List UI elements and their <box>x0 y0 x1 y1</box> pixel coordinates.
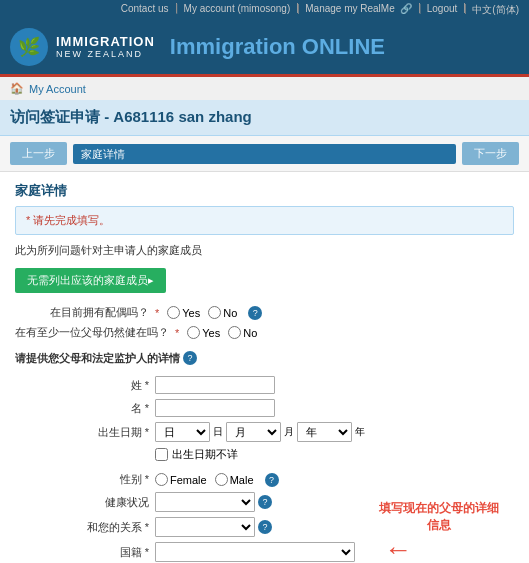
health-label: 健康状况 <box>15 495 155 510</box>
logo-area: 🌿 IMMIGRATION NEW ZEALAND <box>10 28 155 66</box>
spouse-label: 在目前拥有配偶吗？ <box>15 305 155 320</box>
page-title: 访问签证申请 - A681116 san zhang <box>0 100 529 136</box>
first-name-label: 名 * <box>15 401 155 416</box>
parents-label: 在有至少一位父母仍然健在吗？ <box>15 325 175 340</box>
parents-no-label[interactable]: No <box>228 326 257 339</box>
wizard-nav: 上一步 家庭详情 下一步 <box>0 136 529 172</box>
contact-us-link[interactable]: Contact us <box>121 3 169 17</box>
required-star: * <box>155 307 159 319</box>
gender-row: 性别 * Female Male ? <box>15 472 514 487</box>
my-account-breadcrumb[interactable]: My Account <box>29 83 86 95</box>
dob-unknown-checkbox[interactable] <box>155 448 168 461</box>
parent-details-info-icon[interactable]: ? <box>183 351 197 365</box>
header-main: 🌿 IMMIGRATION NEW ZEALAND Immigration ON… <box>0 20 529 77</box>
site-title: Immigration ONLINE <box>170 34 385 60</box>
dob-year-select[interactable]: 年 <box>297 422 352 442</box>
divider1: | <box>176 3 177 13</box>
gender-female-radio[interactable] <box>155 473 168 486</box>
dob-month-text: 月 <box>284 425 294 439</box>
dob-unknown-checkbox-row: 出生日期不详 <box>155 447 238 462</box>
dob-year-text: 年 <box>355 425 365 439</box>
last-name-input[interactable] <box>155 376 275 394</box>
nationality-label: 国籍 * <box>15 545 155 560</box>
section-title: 家庭详情 <box>15 182 514 200</box>
gender-info-icon[interactable]: ? <box>265 473 279 487</box>
next-step-button[interactable]: 下一步 <box>462 142 519 165</box>
last-name-row: 姓 * <box>15 376 514 394</box>
dob-unknown-label: 出生日期不详 <box>172 447 238 462</box>
dob-row: 出生日期 * 日 日 月 月 年 年 <box>15 422 514 442</box>
first-name-input[interactable] <box>155 399 275 417</box>
manage-realme-link[interactable]: Manage my RealMe <box>305 3 394 17</box>
last-name-label: 姓 * <box>15 378 155 393</box>
nationality-select[interactable] <box>155 542 355 562</box>
relationship-label: 和您的关系 * <box>15 520 155 535</box>
step-dropdown[interactable]: 家庭详情 <box>73 144 456 164</box>
parent-details-label: 请提供您父母和法定监护人的详情 <box>15 351 180 366</box>
annotation-text: 填写现在的父母的详细信息 <box>379 501 499 532</box>
spouse-radio-group: * Yes No ? <box>155 306 262 320</box>
gender-male-label[interactable]: Male <box>215 473 254 486</box>
dob-label: 出生日期 * <box>15 425 155 440</box>
logo-text: IMMIGRATION NEW ZEALAND <box>56 34 155 60</box>
parents-question-row: 在有至少一位父母仍然健在吗？ * Yes No <box>15 325 514 340</box>
no-family-button[interactable]: 无需列出应该的家庭成员▸ <box>15 268 166 293</box>
divider2: | <box>297 3 298 13</box>
dob-day-select[interactable]: 日 <box>155 422 210 442</box>
divider3: | <box>419 3 420 13</box>
spouse-yes-label[interactable]: Yes <box>167 306 200 319</box>
relationship-select[interactable] <box>155 517 255 537</box>
parents-no-radio[interactable] <box>228 326 241 339</box>
health-info-icon[interactable]: ? <box>258 495 272 509</box>
realme-icon: 🔗 <box>400 3 412 17</box>
alert-message: * 请先完成填写。 <box>15 206 514 235</box>
gender-female-label[interactable]: Female <box>155 473 207 486</box>
header-top-bar: Contact us | My account (mimosong) | Man… <box>0 0 529 20</box>
spouse-yes-radio[interactable] <box>167 306 180 319</box>
first-name-row: 名 * <box>15 399 514 417</box>
gender-label: 性别 * <box>15 472 155 487</box>
breadcrumb: 🏠 My Account <box>0 77 529 100</box>
dob-month-select[interactable]: 月 <box>226 422 281 442</box>
gender-male-radio[interactable] <box>215 473 228 486</box>
relationship-info-icon[interactable]: ? <box>258 520 272 534</box>
dob-day-text: 日 <box>213 425 223 439</box>
lang-switch[interactable]: 中文(简体) <box>472 3 519 17</box>
spouse-no-label[interactable]: No <box>208 306 237 319</box>
health-select[interactable] <box>155 492 255 512</box>
gender-female-text: Female <box>170 474 207 486</box>
logout-link[interactable]: Logout <box>427 3 458 17</box>
parents-radio-group: * Yes No <box>175 326 257 339</box>
divider4: | <box>464 3 465 13</box>
required-star2: * <box>175 327 179 339</box>
dob-unknown-row: 出生日期不详 <box>15 447 514 467</box>
prev-step-button[interactable]: 上一步 <box>10 142 67 165</box>
logo-nz: NEW ZEALAND <box>56 49 155 60</box>
logo-immigration: IMMIGRATION <box>56 34 155 50</box>
annotation-arrow: ← <box>384 534 504 563</box>
spouse-question-row: 在目前拥有配偶吗？ * Yes No ? <box>15 305 514 320</box>
nz-fern-logo: 🌿 <box>10 28 48 66</box>
spouse-no-radio[interactable] <box>208 306 221 319</box>
main-content: 家庭详情 * 请先完成填写。 此为所列问题针对主申请人的家庭成员 无需列出应该的… <box>0 172 529 563</box>
parents-yes-label[interactable]: Yes <box>187 326 220 339</box>
home-icon[interactable]: 🏠 <box>10 82 24 95</box>
form-description: 此为所列问题针对主申请人的家庭成员 <box>15 243 514 258</box>
annotation: 填写现在的父母的详细信息 ← <box>374 500 504 563</box>
gender-radio-group: Female Male ? <box>155 473 279 487</box>
parents-yes-radio[interactable] <box>187 326 200 339</box>
my-account-link[interactable]: My account (mimosong) <box>184 3 291 17</box>
gender-male-text: Male <box>230 474 254 486</box>
spouse-info-icon[interactable]: ? <box>248 306 262 320</box>
